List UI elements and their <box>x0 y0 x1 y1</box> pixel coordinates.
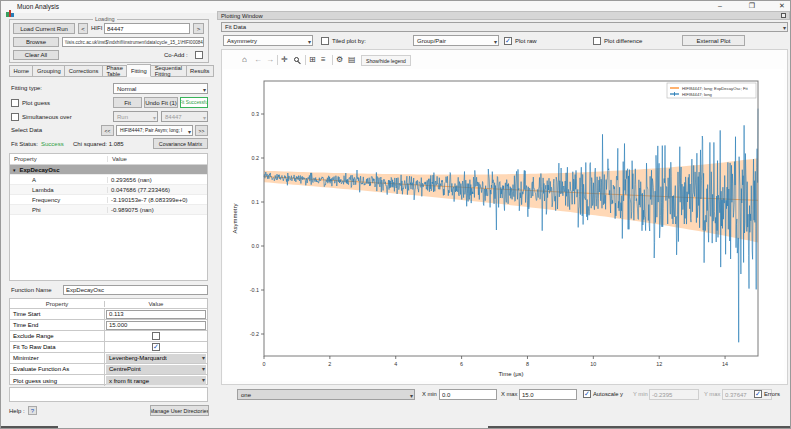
svg-text:8: 8 <box>526 361 529 367</box>
minimizer-select[interactable]: Levenberg-Marquardt <box>106 354 206 363</box>
param-row-a[interactable]: A 0.293656 (nan) <box>10 175 207 185</box>
app-icon <box>6 3 14 11</box>
errors-checkbox[interactable] <box>754 390 762 398</box>
svg-text:0: 0 <box>263 361 266 367</box>
tab-fitting[interactable]: Fitting <box>127 64 151 77</box>
param-row-phi[interactable]: Phi -0.989075 (nan) <box>10 205 207 215</box>
settings-col-property: Property <box>10 301 105 307</box>
tab-corrections[interactable]: Corrections <box>65 65 103 77</box>
window-title: Muon Analysis <box>17 3 59 10</box>
dataset-selection-select[interactable]: one <box>237 389 415 400</box>
show-hide-legend-button[interactable]: Show/hide legend <box>361 55 411 66</box>
exclude-range-checkbox[interactable] <box>152 332 160 340</box>
close-button[interactable]: ✕ <box>771 2 791 10</box>
function-name-label: Function Name <box>11 287 52 293</box>
co-add-checkbox[interactable] <box>195 51 203 59</box>
autoscale-y-checkbox[interactable] <box>583 390 591 398</box>
run-number-input[interactable] <box>104 23 190 34</box>
next-run-button[interactable]: > <box>193 23 204 34</box>
minimize-button[interactable]: – <box>709 2 731 9</box>
browse-button[interactable]: Browse <box>13 37 59 47</box>
tab-phase-table[interactable]: Phase Table <box>103 65 127 77</box>
plot-raw-checkbox[interactable] <box>504 37 512 45</box>
tiled-by-select[interactable]: Group/Pair <box>413 35 499 46</box>
fit-parameter-table: Property Value ▾ ExpDecayOsc A 0.293656 … <box>9 153 208 281</box>
previous-dataset-button[interactable]: << <box>101 125 114 136</box>
svg-text:0.0: 0.0 <box>252 243 260 249</box>
setting-row-time-start: Time Start <box>10 309 207 320</box>
undo-fit-button[interactable]: Undo Fit (1) <box>144 97 178 108</box>
param-col-value: Value <box>108 156 207 162</box>
settings-col-value: Value <box>105 301 207 307</box>
plot-mode-select[interactable]: Fit Data <box>221 22 788 32</box>
float-dock-icon[interactable] <box>781 13 786 18</box>
covariance-matrix-button[interactable]: Covariance Matrix <box>153 138 208 149</box>
x-max-label: X max <box>501 391 517 397</box>
external-plot-button[interactable]: External Plot <box>682 35 745 46</box>
customize-icon[interactable]: ≡ <box>321 56 326 64</box>
next-dataset-button[interactable]: >> <box>195 125 208 136</box>
plot-difference-label: Plot difference <box>604 38 642 44</box>
tiled-plot-label: Tiled plot by: <box>332 38 366 44</box>
plot-difference-checkbox[interactable] <box>593 37 601 45</box>
y-min-input <box>649 389 699 400</box>
plot-type-select[interactable]: Asymmetry <box>223 35 313 46</box>
fit-to-raw-data-checkbox[interactable] <box>152 343 160 351</box>
time-end-input[interactable] <box>106 321 206 330</box>
tab-grouping[interactable]: Grouping <box>33 65 65 77</box>
y-max-label: Y max <box>704 391 720 397</box>
maximize-button[interactable]: ❐ <box>741 2 763 10</box>
chi-squared-label: Chi squared: 1.085 <box>73 141 124 147</box>
left-tab-bar: Home Grouping Corrections Phase Table Fi… <box>9 65 211 77</box>
setting-row-time-end: Time End <box>10 320 207 331</box>
fitting-type-select[interactable]: Normal <box>113 83 208 94</box>
time-start-input[interactable] <box>106 310 206 319</box>
x-max-input[interactable] <box>519 389 577 400</box>
y-min-label: Y min <box>633 391 648 397</box>
plot-guess-using-select[interactable]: x from fit range <box>106 376 206 385</box>
plot-guess-checkbox[interactable] <box>11 99 19 107</box>
pan-icon[interactable]: ✛ <box>281 56 288 64</box>
help-button[interactable]: ? <box>28 406 37 415</box>
tab-sequential-fitting[interactable]: Sequential Fitting <box>151 65 186 77</box>
load-current-run-button[interactable]: Load Current Run <box>13 23 75 34</box>
fitting-type-label: Fitting type: <box>11 85 42 91</box>
loading-group-label: Loading <box>93 16 117 22</box>
svg-text:HIFI84447; long; ExpDecayOsc;: HIFI84447; long; ExpDecayOsc; Fit <box>682 86 748 91</box>
help-label: Help : <box>9 408 25 414</box>
fit-button[interactable]: Fit <box>113 97 142 108</box>
subplots-icon[interactable]: ⊞ <box>309 56 316 64</box>
function-name-input[interactable] <box>63 285 208 295</box>
tab-home[interactable]: Home <box>9 65 33 77</box>
simultaneous-over-checkbox[interactable] <box>11 113 19 121</box>
previous-run-button[interactable]: < <box>78 23 88 34</box>
home-icon[interactable]: ⌂ <box>242 56 247 64</box>
forward-icon[interactable]: → <box>266 56 274 64</box>
zoom-icon[interactable] <box>294 57 299 62</box>
simultaneous-value-select: 84447 <box>161 111 208 122</box>
evaluate-function-as-select[interactable]: CentrePoint <box>106 365 206 374</box>
function-group-row[interactable]: ▾ ExpDecayOsc <box>10 165 207 175</box>
plotting-dock-titlebar[interactable]: Plotting Window <box>217 11 790 20</box>
back-icon[interactable]: ← <box>254 56 262 64</box>
save-icon[interactable]: ▤ <box>348 56 356 64</box>
file-path-field[interactable]: \\isis.cclrc.ac.uk\inst$\ndxhifi\instrum… <box>62 37 204 47</box>
clear-all-button[interactable]: Clear All <box>13 50 59 60</box>
plot-raw-label: Plot raw <box>515 38 537 44</box>
plot-guess-label: Plot guess <box>22 100 50 106</box>
simultaneous-over-label: Simultaneous over <box>22 114 72 120</box>
instrument-label: HIFI <box>91 25 102 31</box>
param-col-property: Property <box>10 156 108 162</box>
muon-analysis-window: Muon Analysis – ❐ ✕ Loading Load Current… <box>0 0 791 429</box>
dataset-select[interactable]: HIFI84447; Pair Asym; long; l <box>116 125 193 136</box>
tiled-plot-checkbox[interactable] <box>321 37 329 45</box>
param-row-frequency[interactable]: Frequency -3.190153e-7 (8.083399e+0) <box>10 195 207 205</box>
asymmetry-plot[interactable]: 024681012140.30.20.10.0-0.1-0.2Time (μs)… <box>223 69 784 381</box>
tab-results[interactable]: Results <box>187 65 214 77</box>
x-min-input[interactable] <box>439 389 497 400</box>
settings-icon[interactable]: ⚙ <box>336 56 343 64</box>
manage-user-directories-button[interactable]: Manage User Directories <box>150 405 209 416</box>
svg-text:0.1: 0.1 <box>252 199 260 205</box>
param-row-lambda[interactable]: Lambda 0.047686 (77.233466) <box>10 185 207 195</box>
fit-successful-badge: Fit Successful <box>180 97 208 108</box>
